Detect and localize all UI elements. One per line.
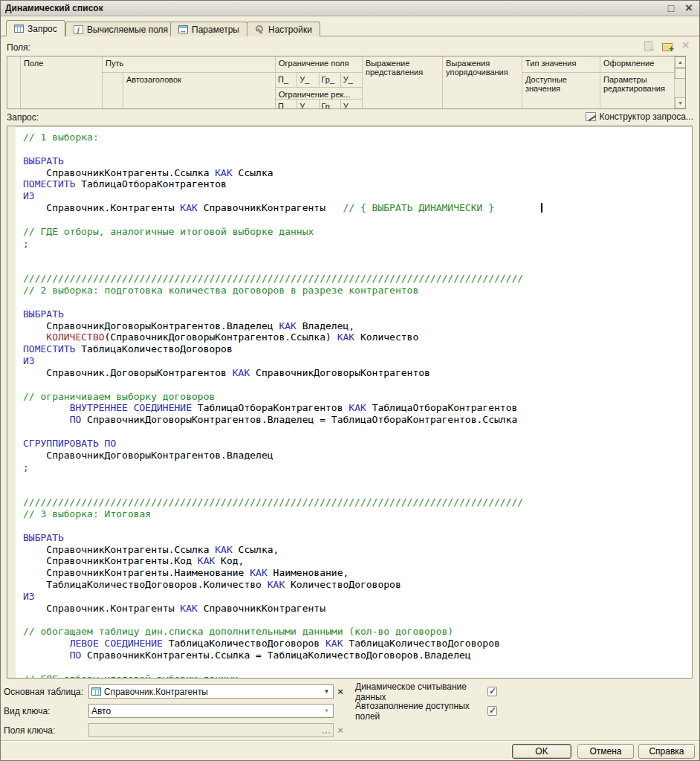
help-button[interactable]: Справка <box>638 744 695 759</box>
column-order: Выражения упорядочивания <box>443 56 522 109</box>
query-label: Запрос: <box>7 112 39 123</box>
key-fields-label: Поля ключа: <box>4 725 88 736</box>
main-table-clear-icon[interactable]: × <box>335 686 346 697</box>
row-selector-column <box>7 56 21 109</box>
key-fields-input: ... <box>88 723 334 737</box>
key-kind-combo[interactable]: Авто <box>88 704 334 718</box>
tab-settings-label: Настройки <box>268 25 312 35</box>
fields-table-scrollbar[interactable] <box>675 56 686 109</box>
column-restriction-header: Ограничение поля <box>276 56 362 73</box>
query-editor-gutter <box>7 126 16 678</box>
query-constructor-icon <box>586 112 596 121</box>
key-kind-label: Вид ключа: <box>4 706 88 716</box>
add-group-icon[interactable] <box>661 40 673 52</box>
query-grid-icon <box>14 25 24 33</box>
column-available-values-header: Доступные значения <box>522 73 600 93</box>
tab-bar: Запрос ƒ Вычисляемые поля Параметры Наст… <box>1 20 699 36</box>
tab-settings[interactable]: Настройки <box>247 22 320 36</box>
autofill-label: Автозаполнение доступных полей <box>355 701 487 722</box>
column-presentation-header: Выражение представления <box>363 56 442 77</box>
tab-query-label: Запрос <box>27 24 57 34</box>
tab-computed-fields-label: Вычисляемые поля <box>87 25 168 35</box>
tab-parameters-label: Параметры <box>192 25 239 35</box>
column-appearance: Оформление Параметры редактирования <box>600 56 675 109</box>
column-valuetype-header: Тип значения <box>522 56 600 73</box>
column-field-header: Поле <box>21 56 102 68</box>
query-constructor-link[interactable]: Конструктор запроса... <box>586 111 693 122</box>
close-icon[interactable] <box>683 2 695 14</box>
add-field-icon[interactable] <box>643 40 655 52</box>
key-fields-row: Поля ключа: ... × <box>4 723 346 737</box>
restriction-subcol-header: У_ <box>341 73 362 87</box>
ok-button[interactable]: OK <box>512 744 571 759</box>
column-appearance-header: Оформление <box>600 56 674 73</box>
restriction-req-header: Ограничение рек... <box>276 88 362 100</box>
restriction-subcol-header: У_ <box>297 73 319 87</box>
autofill-checkbox[interactable] <box>487 706 497 716</box>
parameters-table-icon <box>178 25 188 33</box>
column-presentation: Выражение представления <box>363 56 443 109</box>
column-valuetype: Тип значения Доступные значения <box>522 56 600 109</box>
main-table-row: Основная таблица: Справочник.Контрагенты… <box>4 684 346 699</box>
title-bar: Динамический список <box>1 1 699 16</box>
restriction-subrow-top: П_У_Гр_У_ <box>276 73 362 88</box>
wrench-icon <box>255 25 265 34</box>
window-title: Динамический список <box>5 3 103 13</box>
fields-table[interactable]: Поле Путь Автозаголовок Ограничение поля… <box>7 56 686 109</box>
dynamic-read-checkbox[interactable] <box>487 687 497 696</box>
fx-icon: ƒ <box>74 25 83 34</box>
column-field: Поле <box>21 56 103 109</box>
restriction-subcol-header: У <box>341 100 362 109</box>
tab-computed-fields[interactable]: ƒ Вычисляемые поля <box>65 22 176 36</box>
scroll-up-icon[interactable] <box>675 56 686 68</box>
key-kind-value: Авто <box>91 706 319 716</box>
query-constructor-label: Конструктор запроса... <box>600 111 693 122</box>
query-editor[interactable]: // 1 выборка: ВЫБРАТЬ СправочникКонтраге… <box>7 126 693 679</box>
fields-label: Поля: <box>7 42 30 53</box>
query-editor-text[interactable]: // 1 выборка: ВЫБРАТЬ СправочникКонтраге… <box>23 132 690 679</box>
restriction-subcol-header: П_ <box>276 73 297 87</box>
key-kind-row: Вид ключа: Авто <box>4 704 334 718</box>
main-table-dropdown-icon[interactable] <box>322 686 331 697</box>
column-path: Путь Автозаголовок <box>103 56 276 109</box>
main-table-value: Справочник.Контрагенты <box>104 687 319 697</box>
column-order-header: Выражения упорядочивания <box>443 56 522 77</box>
catalog-icon <box>91 687 101 696</box>
restriction-subcol-header: П <box>276 100 297 109</box>
restriction-subcol-header: Гр <box>320 100 341 109</box>
main-table-combo[interactable]: Справочник.Контрагенты <box>88 684 334 699</box>
tab-query[interactable]: Запрос <box>6 20 65 36</box>
dynamic-read-label: Динамическое считывание данных <box>355 681 487 702</box>
tab-parameters[interactable]: Параметры <box>170 22 247 36</box>
key-kind-dropdown-icon <box>322 705 331 716</box>
scroll-thumb[interactable] <box>675 68 686 79</box>
fields-toolbar <box>643 40 692 52</box>
column-restriction: Ограничение поля П_У_Гр_У_ Ограничение р… <box>276 56 363 109</box>
path-indent-cell <box>103 73 123 109</box>
scroll-down-icon[interactable] <box>675 97 686 109</box>
column-autotitle-header: Автозаголовок <box>123 73 184 109</box>
key-fields-clear-icon: × <box>335 725 346 736</box>
cancel-button[interactable]: Отмена <box>577 744 634 759</box>
restriction-subrow-bottom: ПУГрУ <box>276 100 362 109</box>
delete-field-icon[interactable] <box>680 40 692 52</box>
column-edit-params-header: Параметры редактирования <box>600 73 674 93</box>
column-path-header: Путь <box>103 56 275 73</box>
key-fields-ellipsis-button: ... <box>322 725 331 736</box>
maximize-icon[interactable] <box>665 2 677 14</box>
restriction-subcol-header: У <box>297 100 319 109</box>
restriction-subcol-header: Гр_ <box>320 73 341 87</box>
main-table-label: Основная таблица: <box>4 687 88 697</box>
dynamic-read-row: Динамическое считывание данных <box>355 684 497 699</box>
buttons-separator <box>1 740 699 742</box>
dynamic-list-dialog: Динамический список Запрос ƒ Вычисляемые… <box>0 0 700 761</box>
autofill-row: Автозаполнение доступных полей <box>355 704 497 718</box>
